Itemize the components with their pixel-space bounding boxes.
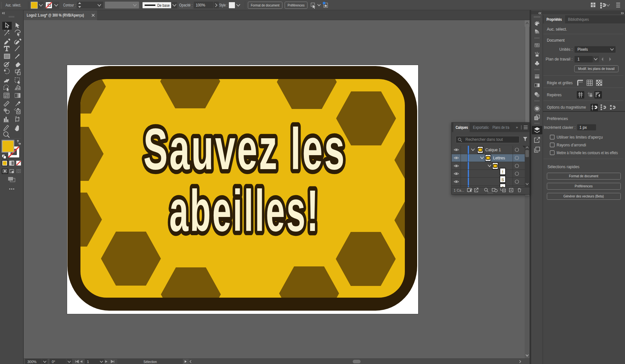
svg-text:100%: 100%	[196, 3, 205, 7]
svg-text:Sélection: Sélection	[144, 360, 157, 364]
svg-text:Format de document: Format de document	[251, 3, 279, 7]
svg-text:Mettre à l'échelle les contour: Mettre à l'échelle les contours et les e…	[557, 151, 618, 155]
svg-text:Document: Document	[547, 38, 565, 43]
svg-text:S: S	[501, 177, 504, 182]
svg-text:Modif. les plans de travail: Modif. les plans de travail	[578, 67, 615, 71]
svg-text:Incrément clavier :: Incrément clavier :	[544, 125, 575, 130]
svg-text:Bibliothèques: Bibliothèques	[568, 17, 589, 22]
svg-text:Contour :: Contour :	[63, 3, 76, 7]
svg-text:Rayons d'arrondi: Rayons d'arrondi	[557, 143, 586, 147]
svg-text:Auc. sélect.: Auc. sélect.	[547, 27, 567, 32]
svg-text:Propriétés: Propriétés	[547, 17, 562, 22]
svg-text:Auc. sélect.: Auc. sélect.	[6, 3, 21, 7]
svg-text:Sauvez les: Sauvez les	[143, 116, 346, 182]
svg-text:1: 1	[577, 57, 580, 61]
svg-text:Plan de travail :: Plan de travail :	[546, 57, 573, 61]
svg-text:Préférences: Préférences	[575, 184, 593, 188]
svg-text:»: »	[516, 125, 518, 129]
svg-text:Pixels: Pixels	[577, 47, 588, 52]
svg-text:300%: 300%	[27, 360, 36, 364]
svg-text:Règle et grilles: Règle et grilles	[547, 81, 573, 85]
svg-text:Préférences: Préférences	[547, 116, 568, 121]
svg-text:Sélections rapides: Sélections rapides	[547, 165, 579, 169]
svg-text:1 px: 1 px	[579, 125, 587, 130]
svg-text:Calque 1: Calque 1	[485, 148, 501, 152]
svg-text:De base: De base	[157, 3, 170, 8]
svg-text:Plans de tra: Plans de tra	[492, 125, 509, 130]
svg-text:abeilles!: abeilles!	[169, 178, 320, 243]
svg-text:Utiliser les limites d'aperçu: Utiliser les limites d'aperçu	[557, 135, 603, 140]
svg-text:Lettres: Lettres	[493, 156, 505, 160]
svg-text:1: 1	[87, 360, 89, 364]
svg-text:Unités :: Unités :	[559, 47, 573, 52]
svg-text:Opacité :: Opacité :	[179, 3, 192, 7]
svg-text:Générer des vecteurs (Beta): Générer des vecteurs (Beta)	[563, 194, 604, 198]
svg-text:!: !	[502, 169, 503, 174]
svg-text:Exportatio: Exportatio	[473, 125, 489, 130]
svg-text:0°: 0°	[52, 360, 55, 364]
svg-text:Options du magnétisme: Options du magnétisme	[547, 105, 586, 110]
svg-text:Format de document: Format de document	[569, 174, 599, 178]
svg-text:Rechercher dans tout: Rechercher dans tout	[465, 137, 503, 142]
svg-text:1 Ca...: 1 Ca...	[454, 188, 464, 192]
svg-text:Préférences: Préférences	[288, 3, 305, 7]
svg-text:Style :: Style :	[219, 3, 227, 7]
svg-text:Repères: Repères	[547, 93, 561, 97]
svg-text:Calques: Calques	[456, 125, 468, 130]
